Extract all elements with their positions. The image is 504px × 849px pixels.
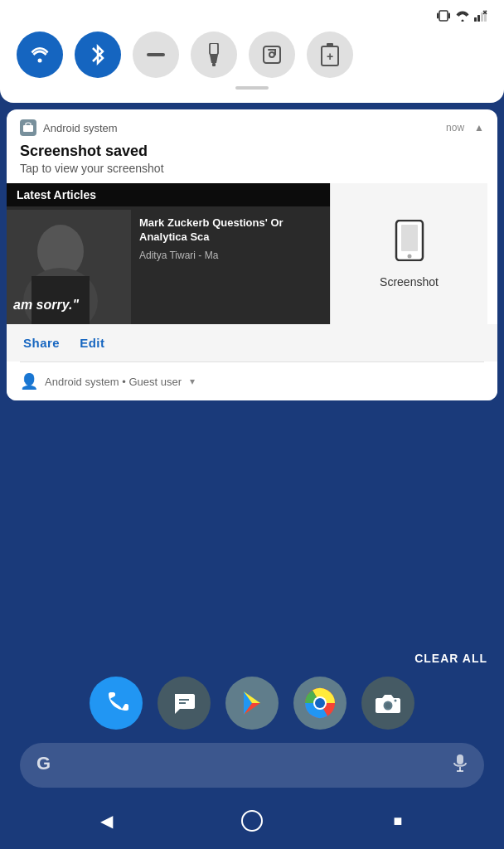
svg-rect-25 xyxy=(401,225,418,251)
back-button[interactable]: ◀ xyxy=(91,806,121,836)
google-search-bar[interactable]: G xyxy=(20,743,484,788)
svg-rect-0 xyxy=(439,11,448,21)
bottom-section: CLEAR ALL xyxy=(0,643,504,849)
svg-point-26 xyxy=(407,254,411,258)
notification-actions: Share Edit xyxy=(7,324,497,361)
svg-point-43 xyxy=(242,811,262,831)
dnd-toggle[interactable] xyxy=(133,32,179,78)
svg-marker-12 xyxy=(210,55,218,63)
svg-rect-3 xyxy=(474,17,477,22)
svg-rect-11 xyxy=(210,43,218,55)
recents-button[interactable]: ■ xyxy=(383,806,413,836)
svg-point-15 xyxy=(269,52,274,57)
notification-footer: 👤 Android system • Guest user ▾ xyxy=(7,362,497,400)
dock-phone-app[interactable] xyxy=(90,677,143,730)
article-author: Aditya Tiwari - Ma xyxy=(139,250,322,261)
user-icon: 👤 xyxy=(20,372,38,391)
phone-screenshot-icon xyxy=(393,220,426,269)
article-thumbnail[interactable]: Latest Articles am sorry." xyxy=(7,183,330,324)
notification-subtitle: Tap to view your screenshot xyxy=(7,162,497,183)
notification-thumbnails[interactable]: Latest Articles am sorry." xyxy=(7,183,497,324)
svg-rect-10 xyxy=(147,53,165,56)
notification-title: Screenshot saved xyxy=(7,139,497,162)
notification-card: Android system now ▲ Screenshot saved Ta… xyxy=(7,109,497,400)
chrome-icon-svg xyxy=(304,687,336,719)
edit-button[interactable]: Edit xyxy=(80,336,104,350)
article-text-area: Mark Zuckerb Questions' Or Analytica Sca… xyxy=(131,210,330,324)
svg-rect-2 xyxy=(448,13,450,19)
google-g-logo: G xyxy=(36,753,56,778)
svg-point-37 xyxy=(385,703,391,709)
sorry-text: am sorry." xyxy=(13,298,79,313)
quick-settings-panel: + xyxy=(0,0,504,103)
bluetooth-toggle[interactable] xyxy=(75,32,121,78)
signal-icon xyxy=(474,10,487,22)
battery-saver-toggle[interactable]: + xyxy=(307,32,353,78)
screenshot-thumbnail[interactable]: Screenshot xyxy=(330,183,487,324)
svg-rect-17 xyxy=(327,43,333,47)
vibrate-icon xyxy=(436,10,451,22)
status-bar xyxy=(13,10,491,22)
svg-rect-4 xyxy=(477,15,480,22)
svg-text:+: + xyxy=(327,50,333,63)
clear-all-bar: CLEAR ALL xyxy=(0,643,504,670)
dock-chrome-app[interactable] xyxy=(293,677,346,730)
svg-point-38 xyxy=(395,700,397,702)
dock-camera-app[interactable] xyxy=(361,677,414,730)
footer-system-text: Android system • Guest user xyxy=(45,376,182,388)
svg-point-9 xyxy=(38,59,42,63)
clear-all-button[interactable]: CLEAR ALL xyxy=(414,652,487,665)
wifi-toggle[interactable] xyxy=(17,32,63,78)
play-store-icon-svg xyxy=(237,688,267,718)
dock-play-store-app[interactable] xyxy=(225,677,279,730)
article-header-label: Latest Articles xyxy=(7,183,330,206)
notification-time: now xyxy=(446,122,464,133)
flashlight-toggle[interactable] xyxy=(191,32,237,78)
notification-chevron-icon: ▲ xyxy=(474,122,484,133)
notification-app-name: Android system xyxy=(43,122,439,134)
svg-text:G: G xyxy=(36,753,51,773)
quick-settings-row: + xyxy=(13,32,491,78)
app-dock xyxy=(0,670,504,740)
notification-header: Android system now ▲ xyxy=(7,109,497,139)
microphone-icon[interactable] xyxy=(453,754,468,777)
article-image: am sorry." xyxy=(7,210,131,324)
svg-rect-1 xyxy=(437,13,439,19)
share-button[interactable]: Share xyxy=(23,336,60,350)
svg-rect-19 xyxy=(23,125,33,132)
android-system-icon xyxy=(20,119,36,136)
wifi-status-icon xyxy=(456,11,469,22)
svg-point-35 xyxy=(315,698,325,708)
navigation-bar: ◀ ■ xyxy=(0,798,504,849)
home-button[interactable] xyxy=(237,806,267,836)
drag-handle[interactable] xyxy=(235,86,269,90)
svg-rect-5 xyxy=(481,12,483,22)
svg-rect-13 xyxy=(212,63,216,66)
screenshot-label-text: Screenshot xyxy=(380,275,439,289)
dock-messages-app[interactable] xyxy=(158,677,211,730)
svg-rect-40 xyxy=(457,754,463,764)
rotate-toggle[interactable] xyxy=(249,32,295,78)
footer-chevron-icon[interactable]: ▾ xyxy=(190,376,195,387)
article-title: Mark Zuckerb Questions' Or Analytica Sca xyxy=(139,216,322,245)
